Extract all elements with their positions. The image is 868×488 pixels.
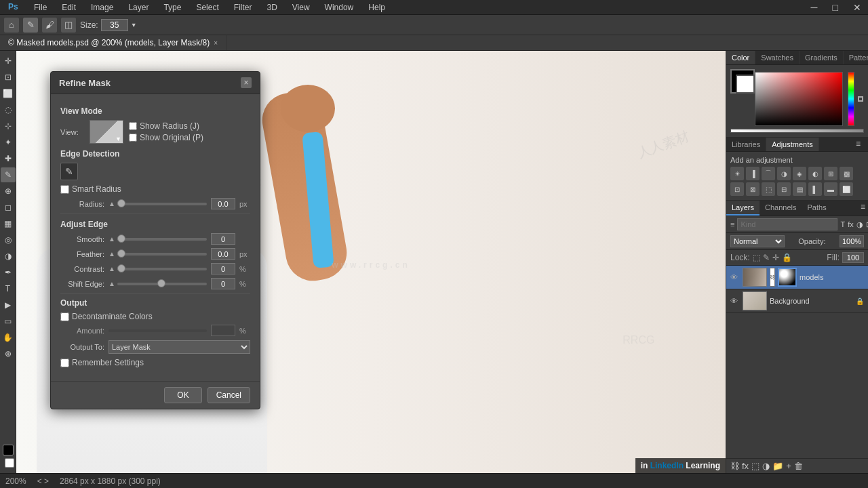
layer-item-background[interactable]: 👁 Background 🔒 bbox=[726, 289, 868, 313]
radius-slider-track[interactable] bbox=[117, 203, 207, 205]
maximize-button[interactable]: □ bbox=[830, 1, 841, 14]
show-original-checkbox[interactable] bbox=[129, 134, 137, 142]
tab-close-button[interactable]: × bbox=[214, 39, 218, 47]
delete-layer-icon[interactable]: 🗑 bbox=[794, 461, 803, 471]
radius-slider-thumb[interactable] bbox=[117, 199, 125, 207]
menu-edit[interactable]: Edit bbox=[59, 1, 79, 14]
fill-input[interactable] bbox=[842, 252, 864, 263]
background-visibility-icon[interactable]: 👁 bbox=[730, 297, 740, 305]
curves-icon[interactable]: ⌒ bbox=[762, 167, 775, 180]
menu-filter[interactable]: Filter bbox=[231, 1, 255, 14]
menu-3d[interactable]: 3D bbox=[264, 1, 279, 14]
opacity-input[interactable] bbox=[840, 235, 864, 247]
add-layer-style-icon[interactable]: fx bbox=[742, 461, 749, 471]
tab-libraries[interactable]: Libraries bbox=[726, 138, 766, 151]
fx-icon[interactable]: fx bbox=[848, 220, 854, 228]
smooth-slider-thumb[interactable] bbox=[117, 235, 125, 243]
shift-edge-value[interactable]: 0 bbox=[211, 278, 235, 289]
heal-tool[interactable]: ✚ bbox=[1, 151, 16, 166]
view-preview-thumbnail[interactable]: ▼ bbox=[90, 120, 123, 144]
text-tool[interactable]: T bbox=[1, 281, 16, 296]
lock-transparent-icon[interactable]: ⬚ bbox=[753, 253, 760, 262]
layers-search-input[interactable] bbox=[737, 218, 837, 230]
invert-icon[interactable]: ⊟ bbox=[777, 182, 791, 196]
exposure-icon[interactable]: ◑ bbox=[777, 167, 791, 180]
contrast-value[interactable]: 0 bbox=[211, 263, 235, 274]
gradient-tool[interactable]: ▦ bbox=[1, 216, 16, 231]
threshold-icon[interactable]: ▌ bbox=[808, 182, 822, 196]
channel-mixer-icon[interactable]: ⊠ bbox=[746, 182, 760, 196]
menu-window[interactable]: Window bbox=[322, 1, 357, 14]
crop-tool[interactable]: ⊹ bbox=[1, 119, 16, 134]
adj-panel-menu[interactable]: ≡ bbox=[856, 139, 867, 150]
artboard-tool[interactable]: ⊡ bbox=[1, 70, 16, 85]
decontaminate-checkbox[interactable] bbox=[60, 312, 69, 321]
levels-icon[interactable]: ▐ bbox=[746, 167, 760, 180]
shift-edge-slider-track[interactable] bbox=[117, 283, 207, 285]
tab-channels[interactable]: Channels bbox=[760, 201, 802, 216]
tab-color[interactable]: Color bbox=[726, 51, 755, 64]
menu-select[interactable]: Select bbox=[193, 1, 221, 14]
menu-type[interactable]: Type bbox=[161, 1, 184, 14]
background-color[interactable] bbox=[5, 458, 14, 468]
type-icon[interactable]: T bbox=[840, 220, 845, 228]
contrast-slider-thumb[interactable] bbox=[117, 264, 125, 272]
home-tool-button[interactable]: ⌂ bbox=[4, 18, 19, 33]
feather-slider-track[interactable] bbox=[117, 253, 207, 256]
marquee-tool[interactable]: ⬜ bbox=[1, 86, 16, 101]
path-select-tool[interactable]: ▶ bbox=[1, 298, 16, 312]
color-balance-icon[interactable]: ⊞ bbox=[824, 167, 837, 180]
dodge-tool[interactable]: ◑ bbox=[1, 249, 16, 264]
brush-tool[interactable]: ✎ bbox=[1, 167, 16, 182]
layers-panel-menu-button[interactable]: ≡ bbox=[858, 201, 868, 216]
edge-detect-brush-icon[interactable]: ✎ bbox=[60, 163, 78, 180]
cancel-button[interactable]: Cancel bbox=[208, 387, 250, 403]
document-tab[interactable]: © Masked models.psd @ 200% (models, Laye… bbox=[0, 35, 226, 50]
contrast-slider-track[interactable] bbox=[117, 268, 207, 270]
blend-mode-select[interactable]: Normal bbox=[730, 235, 785, 247]
smooth-slider-track[interactable] bbox=[117, 238, 207, 241]
lock-image-icon[interactable]: ✎ bbox=[763, 253, 770, 262]
menu-view[interactable]: View bbox=[290, 1, 313, 14]
menu-layer[interactable]: Layer bbox=[125, 1, 151, 14]
size-dropdown-icon[interactable]: ▼ bbox=[131, 22, 137, 28]
new-layer-icon[interactable]: + bbox=[786, 461, 791, 471]
background-color-swatch[interactable] bbox=[736, 75, 755, 94]
adj-filter-icon[interactable]: ◑ bbox=[856, 220, 863, 229]
lock-all-icon[interactable]: 🔒 bbox=[782, 253, 792, 262]
color-gradient-picker[interactable] bbox=[755, 72, 843, 126]
selective-color-icon[interactable]: ⬜ bbox=[840, 182, 853, 196]
radius-value[interactable]: 0.0 bbox=[211, 198, 235, 209]
show-radius-check-row[interactable]: Show Radius (J) bbox=[129, 121, 203, 131]
remember-checkbox[interactable] bbox=[60, 359, 69, 367]
brightness-contrast-icon[interactable]: ☀ bbox=[730, 167, 744, 180]
color-brightness-bar[interactable] bbox=[730, 129, 864, 133]
size-input[interactable] bbox=[101, 19, 128, 31]
foreground-color[interactable] bbox=[3, 445, 14, 455]
zoom-tool[interactable]: ⊕ bbox=[1, 346, 16, 361]
tab-layers[interactable]: Layers bbox=[726, 201, 760, 216]
paintbrush-tool-button[interactable]: 🖌 bbox=[42, 18, 57, 33]
menu-image[interactable]: Image bbox=[88, 1, 116, 14]
add-adjustment-layer-icon[interactable]: ◑ bbox=[762, 461, 770, 471]
smooth-value[interactable]: 0 bbox=[211, 233, 235, 245]
tab-gradients[interactable]: Gradients bbox=[800, 51, 844, 64]
clone-tool[interactable]: ⊕ bbox=[1, 184, 16, 199]
group-icon[interactable]: 📁 bbox=[772, 461, 783, 471]
menu-ps[interactable]: Ps bbox=[4, 0, 22, 16]
output-to-select[interactable]: Layer Mask New Layer New Layer with Laye… bbox=[108, 340, 250, 354]
eyedropper-tool[interactable]: ✦ bbox=[1, 135, 16, 150]
tab-adjustments[interactable]: Adjustments bbox=[766, 138, 819, 151]
nav-arrows[interactable]: < > bbox=[37, 476, 49, 486]
show-radius-checkbox[interactable] bbox=[129, 122, 137, 130]
models-visibility-icon[interactable]: 👁 bbox=[730, 273, 740, 281]
minimize-button[interactable]: ─ bbox=[808, 1, 821, 14]
hand-tool[interactable]: ✋ bbox=[1, 330, 16, 345]
blur-tool[interactable]: ◎ bbox=[1, 232, 16, 247]
lasso-tool[interactable]: ◌ bbox=[1, 102, 16, 117]
brush-tool-button[interactable]: ✎ bbox=[23, 18, 38, 33]
feather-slider-thumb[interactable] bbox=[117, 249, 125, 258]
refine-mask-dialog[interactable]: Refine Mask × View Mode View: ▼ bbox=[50, 71, 260, 409]
close-button[interactable]: ✕ bbox=[850, 1, 864, 14]
lock-position-icon[interactable]: ✛ bbox=[772, 253, 779, 262]
